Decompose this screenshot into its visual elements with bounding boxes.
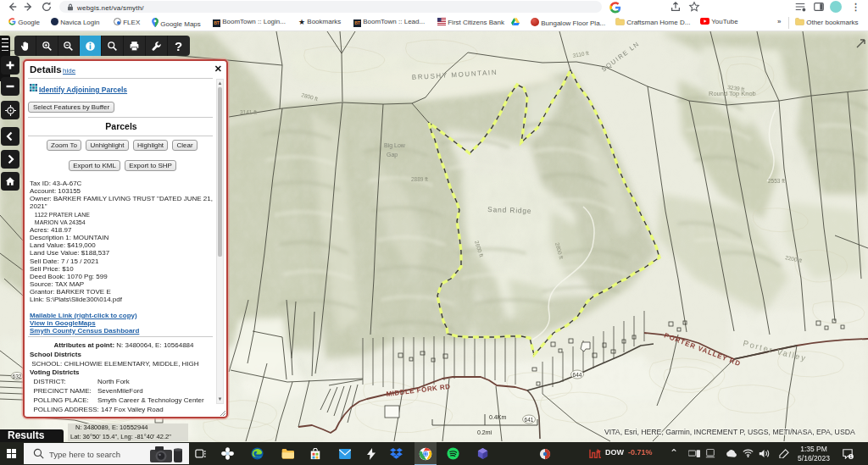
- svg-text:0.4Km: 0.4Km: [489, 414, 506, 420]
- svg-text:2889 ft: 2889 ft: [411, 176, 428, 182]
- svg-text:VITA, Esri, HERE, Garmin, INCR: VITA, Esri, HERE, Garmin, INCREMENT P, U…: [604, 428, 855, 436]
- svg-text:Round Top Knob: Round Top Knob: [709, 90, 756, 97]
- svg-text:Sand Ridge: Sand Ridge: [487, 205, 532, 215]
- svg-text:3141 ft: 3141 ft: [240, 109, 257, 115]
- svg-text:1: 1: [849, 454, 852, 459]
- svg-text:0.2mi: 0.2mi: [477, 429, 492, 435]
- svg-text:Big Low: Big Low: [384, 142, 406, 149]
- svg-text:644: 644: [573, 372, 582, 378]
- svg-text:632: 632: [13, 374, 22, 379]
- svg-text:641: 641: [525, 417, 534, 423]
- svg-text:2553 ft: 2553 ft: [768, 178, 785, 184]
- svg-text:Gap: Gap: [387, 152, 398, 158]
